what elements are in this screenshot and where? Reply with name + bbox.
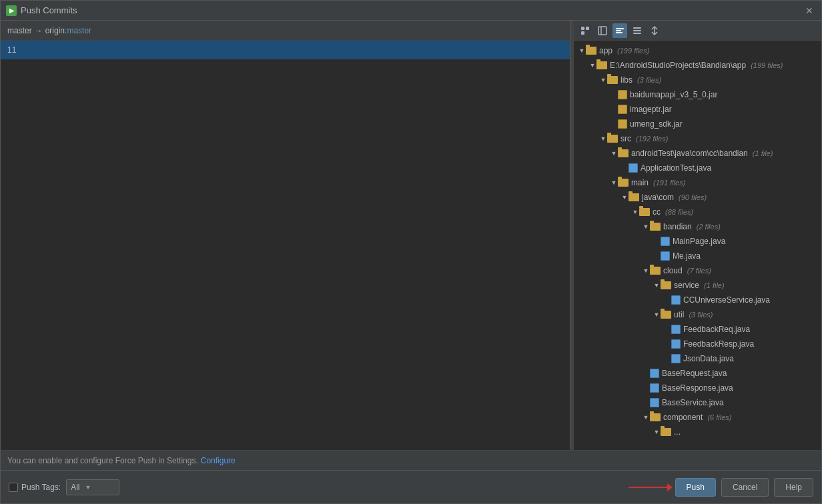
svg-rect-2 <box>581 31 584 35</box>
tree-node-BaseRequest[interactable]: BaseRequest.java <box>574 366 821 381</box>
branch-header: master → origin : master <box>1 21 570 41</box>
svg-rect-0 <box>581 27 584 30</box>
window-title: Push Commits <box>21 5 77 15</box>
tree-node-cloud[interactable]: ▼ cloud (7 files) <box>574 263 821 278</box>
window-icon: ▶ <box>6 5 17 16</box>
commit-number: 11 <box>7 45 16 55</box>
left-panel: master → origin : master 11 <box>1 21 570 450</box>
tree-node-main[interactable]: ▼ main (191 files) <box>574 175 821 190</box>
svg-rect-6 <box>616 30 621 31</box>
svg-rect-9 <box>633 30 641 31</box>
tree-node-bandian[interactable]: ▼ bandian (2 files) <box>574 219 821 234</box>
close-button[interactable]: ✕ <box>803 4 816 17</box>
tree-node-baidumapapi[interactable]: baidumapapi_v3_5_0.jar <box>574 87 821 102</box>
checkbox-icon <box>9 483 18 492</box>
push-button[interactable]: Push <box>675 478 716 497</box>
right-toolbar <box>574 21 821 41</box>
tree-node-more[interactable]: ▼ ... <box>574 425 821 439</box>
push-tags-checkbox[interactable]: Push Tags: <box>9 483 61 492</box>
help-button[interactable]: Help <box>774 478 813 497</box>
bottom-right: Push Cancel Help <box>629 478 813 497</box>
tree-node-service[interactable]: ▼ service (1 file) <box>574 278 821 293</box>
title-bar-left: ▶ Push Commits <box>6 5 77 16</box>
title-bar: ▶ Push Commits ✕ <box>1 1 821 21</box>
toolbar-btn-5[interactable] <box>647 23 662 38</box>
tree-node-imageptr[interactable]: imageptr.jar <box>574 102 821 117</box>
toolbar-btn-1[interactable] <box>578 23 592 38</box>
push-tags-section: Push Tags: All ▼ <box>9 479 119 495</box>
push-commits-window: ▶ Push Commits ✕ master → origin : maste… <box>0 0 822 504</box>
svg-rect-3 <box>598 27 606 35</box>
push-tags-label: Push Tags: <box>21 483 61 492</box>
svg-rect-5 <box>616 28 624 29</box>
tree-node-BaseResponse[interactable]: BaseResponse.java <box>574 381 821 395</box>
tree-node-FeedbackResp[interactable]: FeedbackResp.java <box>574 337 821 351</box>
tree-node-app-path[interactable]: ▼ E:\AndroidStudioProjects\Bandian\app (… <box>574 58 821 73</box>
tree-node-CCUniverseService[interactable]: CCUniverseService.java <box>574 293 821 307</box>
toolbar-btn-3[interactable] <box>612 23 627 38</box>
push-tags-dropdown[interactable]: All ▼ <box>66 479 119 495</box>
svg-rect-8 <box>633 27 641 29</box>
dropdown-arrow-icon: ▼ <box>85 484 91 491</box>
tree-node-umeng[interactable]: umeng_sdk.jar <box>574 117 821 131</box>
file-tree: ▼ app (199 files) ▼ E:\AndroidStudioProj… <box>574 41 821 450</box>
bottom-bar: Push Tags: All ▼ Push Cancel Help <box>1 470 821 503</box>
commit-row[interactable]: 11 <box>1 41 570 59</box>
dropdown-value: All <box>71 483 79 492</box>
arrow-line <box>629 487 669 488</box>
branch-origin: origin <box>45 26 65 35</box>
cancel-button[interactable]: Cancel <box>721 478 769 497</box>
tree-node-libs[interactable]: ▼ libs (3 files) <box>574 73 821 87</box>
commit-list: 11 <box>1 41 570 450</box>
action-buttons: Push Cancel Help <box>675 478 813 497</box>
right-panel: ▼ app (199 files) ▼ E:\AndroidStudioProj… <box>574 21 821 450</box>
branch-to: master <box>67 26 91 35</box>
arrow-indicator <box>629 487 669 488</box>
tree-node-androidTest[interactable]: ▼ androidTest\java\com\cc\bandian (1 fil… <box>574 146 821 161</box>
svg-rect-1 <box>586 27 589 30</box>
tree-node-src[interactable]: ▼ src (192 files) <box>574 131 821 146</box>
tree-node-MainPage[interactable]: MainPage.java <box>574 234 821 249</box>
toolbar-btn-4[interactable] <box>630 23 645 38</box>
tree-node-component[interactable]: ▼ component (6 files) <box>574 410 821 425</box>
status-bar: You can enable and configure Force Push … <box>1 450 821 470</box>
tree-node-FeedbackReq[interactable]: FeedbackReq.java <box>574 322 821 337</box>
tree-node-app[interactable]: ▼ app (199 files) <box>574 43 821 58</box>
tree-node-cc[interactable]: ▼ cc (88 files) <box>574 205 821 219</box>
tree-node-BaseService[interactable]: BaseService.java <box>574 395 821 410</box>
tree-node-util[interactable]: ▼ util (3 files) <box>574 307 821 322</box>
toolbar-btn-2[interactable] <box>595 23 610 38</box>
tree-node-Me[interactable]: Me.java <box>574 249 821 263</box>
main-content: master → origin : master 11 <box>1 21 821 450</box>
branch-from: master <box>7 26 32 35</box>
configure-link[interactable]: Configure <box>201 456 236 465</box>
tree-node-JsonData[interactable]: JsonData.java <box>574 351 821 366</box>
svg-rect-10 <box>633 33 641 34</box>
status-text: You can enable and configure Force Push … <box>7 456 198 465</box>
tree-node-ApplicationTest[interactable]: ApplicationTest.java <box>574 161 821 175</box>
branch-arrow: → <box>35 26 43 35</box>
tree-node-javacom[interactable]: ▼ java\com (90 files) <box>574 190 821 205</box>
svg-rect-7 <box>616 32 623 33</box>
